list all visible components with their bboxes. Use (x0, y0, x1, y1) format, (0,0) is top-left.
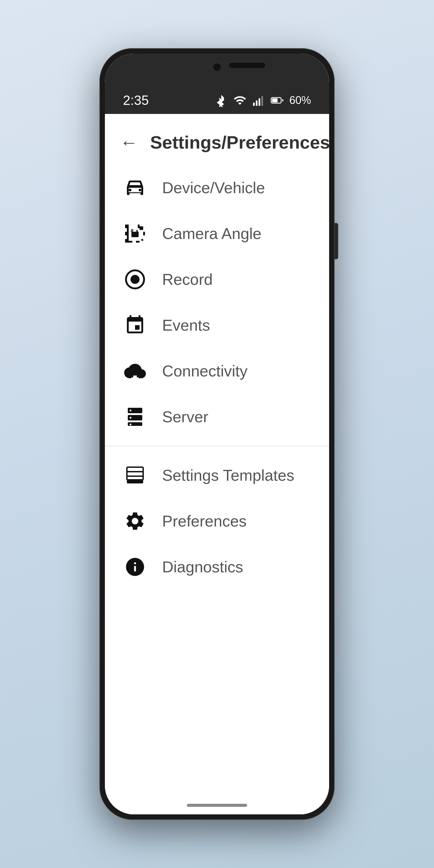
notch-area (105, 54, 329, 87)
svg-rect-1 (256, 100, 258, 106)
speaker-notch (229, 63, 265, 68)
menu-section-2: Settings Templates Preferences (105, 453, 329, 590)
svg-rect-5 (272, 98, 278, 102)
status-bar: 2:35 (105, 87, 329, 114)
menu-section-1: Device/Vehicle Camera Angle (105, 165, 329, 440)
svg-rect-2 (258, 98, 260, 106)
menu-item-server[interactable]: Server (105, 394, 329, 440)
server-icon (123, 405, 147, 429)
camera-notch (213, 63, 221, 72)
status-icons: 60% (215, 94, 311, 107)
menu-label-preferences: Preferences (162, 512, 247, 530)
info-icon (123, 555, 147, 579)
menu-label-device-vehicle: Device/Vehicle (162, 179, 265, 197)
menu-label-camera-angle: Camera Angle (162, 224, 261, 243)
battery-icon (271, 94, 284, 107)
menu-label-record: Record (162, 270, 213, 288)
menu-item-preferences[interactable]: Preferences (105, 498, 329, 544)
page-title: Settings/Preferences (150, 132, 329, 153)
menu-label-connectivity: Connectivity (162, 362, 247, 380)
gear-icon (123, 509, 147, 533)
svg-rect-6 (131, 232, 138, 237)
signal-icon (252, 94, 265, 107)
menu-item-device-vehicle[interactable]: Device/Vehicle (105, 165, 329, 211)
home-bar-indicator (187, 804, 247, 807)
svg-rect-18 (127, 480, 143, 484)
record-icon (123, 267, 147, 291)
section-divider (105, 446, 329, 446)
app-content: ← Settings/Preferences Device/Vehicle (105, 114, 329, 796)
camera-angle-icon (123, 221, 147, 246)
menu-item-settings-templates[interactable]: Settings Templates (105, 453, 329, 498)
menu-item-connectivity[interactable]: Connectivity (105, 348, 329, 394)
menu-item-events[interactable]: Events (105, 302, 329, 348)
svg-point-16 (130, 424, 131, 426)
menu-label-settings-templates: Settings Templates (162, 466, 294, 484)
phone-screen: 2:35 (105, 54, 329, 814)
home-bar (105, 796, 329, 814)
phone-frame: 2:35 (99, 48, 335, 820)
app-header: ← Settings/Preferences (105, 114, 329, 165)
svg-point-15 (130, 417, 131, 418)
templates-icon (123, 463, 147, 487)
menu-item-camera-angle[interactable]: Camera Angle (105, 211, 329, 256)
svg-point-8 (130, 275, 140, 284)
wifi-icon (233, 94, 247, 107)
status-time: 2:35 (123, 93, 149, 108)
svg-rect-10 (131, 377, 138, 379)
car-icon (123, 176, 147, 200)
menu-label-server: Server (162, 408, 208, 426)
svg-rect-17 (127, 467, 143, 480)
back-button[interactable]: ← (120, 133, 138, 152)
events-icon (123, 313, 147, 337)
menu-item-diagnostics[interactable]: Diagnostics (105, 544, 329, 590)
menu-label-diagnostics: Diagnostics (162, 558, 243, 576)
battery-percent: 60% (289, 94, 311, 107)
cloud-icon (123, 359, 147, 383)
bluetooth-icon (215, 94, 228, 107)
menu-item-record[interactable]: Record (105, 256, 329, 302)
menu-label-events: Events (162, 316, 210, 334)
svg-rect-0 (253, 102, 255, 106)
svg-rect-3 (261, 96, 263, 106)
svg-point-14 (130, 410, 131, 411)
